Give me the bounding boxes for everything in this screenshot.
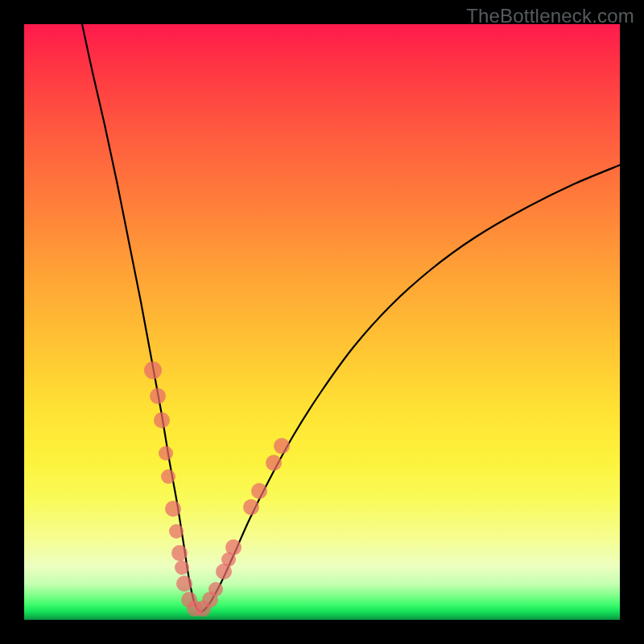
chart-frame: TheBottleneck.com [0,0,644,644]
data-marker [225,539,242,555]
data-marker [208,582,223,597]
watermark-text: TheBottleneck.com [466,5,634,27]
data-marker [161,469,175,484]
data-marker [171,545,188,561]
data-marker [159,446,173,460]
data-marker [266,455,282,471]
data-marker [150,388,166,404]
data-marker [144,361,162,379]
data-marker [175,560,189,575]
marker-group [144,361,290,617]
bottleneck-curve [82,24,620,612]
data-marker [169,524,184,539]
plot-area [24,24,620,620]
data-marker [251,483,267,499]
data-marker [154,412,170,428]
data-marker [165,501,181,517]
curve-layer [24,24,620,620]
data-marker [243,499,259,515]
data-marker [176,576,192,592]
data-marker [274,438,290,454]
